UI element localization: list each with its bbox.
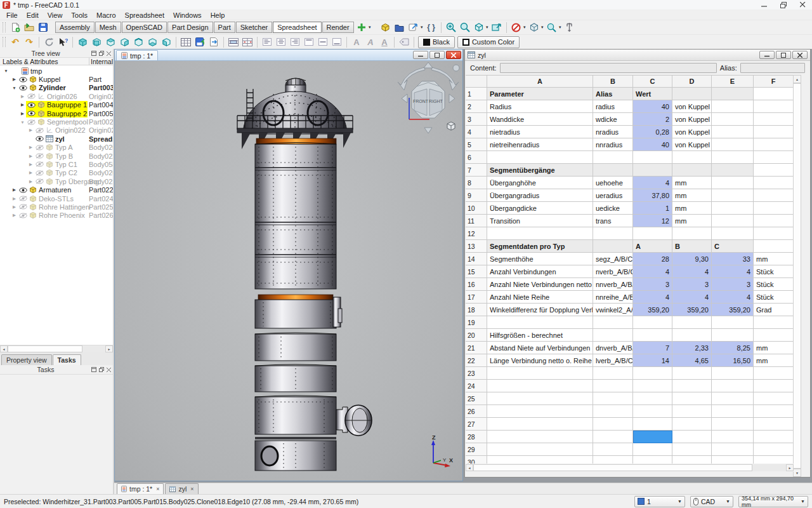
tree-item-armaturen[interactable]: ▶ArmaturenPart022 — [0, 185, 113, 194]
spreadsheet-grid[interactable]: ABCDEF1ParameterAliasWert2Radiusradius40… — [466, 75, 810, 469]
expand-right-icon[interactable]: ▶ — [19, 94, 26, 99]
tree-item-label[interactable]: Baugruppe 1 — [47, 101, 87, 109]
subwindow-minimize-icon[interactable] — [413, 51, 428, 59]
cell-F26[interactable] — [754, 405, 794, 418]
row-header-22[interactable]: 22 — [466, 354, 487, 367]
tree-item-zylinder[interactable]: ▼ZylinderPart003 — [0, 84, 113, 92]
row-header-13[interactable]: 13 — [466, 240, 487, 253]
visibility-off-icon[interactable] — [36, 178, 44, 184]
cell-B20[interactable] — [593, 329, 633, 342]
whats-this-button[interactable]: ? — [56, 36, 70, 48]
nav-style-combo[interactable]: CAD ▼ — [690, 496, 733, 507]
cell-E14[interactable]: 33 — [712, 253, 754, 265]
view-axonometric-button[interactable] — [75, 36, 89, 48]
align-top-button[interactable] — [302, 36, 316, 48]
row-header-1[interactable]: 1 — [466, 88, 487, 100]
scroll-up-icon[interactable]: ▴ — [793, 75, 801, 83]
cell-C27[interactable] — [633, 418, 672, 431]
tree-item-label[interactable]: Armaturen — [39, 186, 71, 194]
toolbar-grip2[interactable] — [3, 37, 6, 47]
cell-E9[interactable] — [712, 189, 754, 202]
cell-B25[interactable] — [593, 392, 633, 405]
draw-style-button[interactable] — [509, 21, 523, 34]
visibility-off-icon[interactable] — [36, 170, 44, 176]
cell-B6[interactable] — [593, 151, 633, 164]
cell-D17[interactable]: 4 — [672, 291, 712, 304]
align-left-button[interactable] — [260, 36, 274, 48]
cell-F7[interactable] — [754, 164, 794, 177]
tree-item-rohre-phoenix[interactable]: ▶Rohre PhoenixPart026 — [0, 211, 113, 220]
cell-F29[interactable] — [754, 443, 794, 456]
workbench-tab-part[interactable]: Part — [214, 22, 235, 33]
set-alias-button[interactable] — [397, 36, 411, 48]
cell-E17[interactable]: 4 — [712, 291, 754, 304]
scroll-left-icon[interactable]: ◂ — [0, 345, 8, 352]
expand-right-icon[interactable]: ▶ — [11, 196, 18, 201]
sheet-close-icon[interactable] — [792, 51, 808, 59]
row-header-17[interactable]: 17 — [466, 291, 487, 304]
new-document-button[interactable] — [8, 21, 22, 34]
split-cell-button[interactable] — [240, 36, 254, 48]
cell-E18[interactable]: 359,20 — [712, 304, 754, 316]
tree-item-label[interactable]: Baugruppe 2 — [47, 110, 87, 117]
column-header-A[interactable]: A — [487, 75, 593, 88]
navigation-cube[interactable]: FRONT RIGHT — [395, 61, 461, 136]
column-header-B[interactable]: B — [593, 75, 633, 88]
cell-A18[interactable]: Winkeldifferenz für Dopplung Verbindung — [487, 304, 593, 316]
row-header-8[interactable]: 8 — [466, 177, 487, 189]
cell-F14[interactable]: mm — [754, 253, 794, 265]
scroll-thumb[interactable] — [8, 345, 82, 352]
cell-D26[interactable] — [672, 405, 712, 418]
row-header-21[interactable]: 21 — [466, 342, 487, 354]
tree-item-label[interactable]: Kuppel — [39, 76, 60, 83]
hscroll-thumb[interactable] — [473, 464, 752, 471]
row-header-12[interactable]: 12 — [466, 227, 487, 240]
expand-right-icon[interactable]: ▶ — [11, 213, 18, 218]
cell-E10[interactable] — [712, 202, 754, 215]
cell-E26[interactable] — [712, 405, 754, 418]
tree-item-typ-b[interactable]: ▶Typ BBody022 — [0, 152, 113, 160]
cell-F11[interactable] — [754, 215, 794, 227]
cell-F15[interactable]: Stück — [754, 265, 794, 278]
style-underline-button[interactable]: A — [377, 36, 391, 48]
cell-F17[interactable]: Stück — [754, 291, 794, 304]
tab-close-icon[interactable]: × — [190, 486, 193, 492]
cell-D5[interactable]: von Kuppel — [672, 138, 712, 151]
cell-B3[interactable]: wdicke — [593, 113, 633, 126]
toolbar-grip[interactable] — [3, 22, 6, 32]
cell-E6[interactable] — [712, 151, 754, 164]
tree-item-label[interactable]: Zylinder — [39, 84, 66, 91]
cell-A27[interactable] — [487, 418, 593, 431]
row-header-14[interactable]: 14 — [466, 253, 487, 265]
cell-F21[interactable]: mm — [754, 342, 794, 354]
align-vcenter-button[interactable] — [316, 36, 330, 48]
cell-B12[interactable] — [593, 227, 633, 240]
visibility-off-icon[interactable] — [19, 196, 27, 201]
cell-C16[interactable]: 3 — [633, 278, 672, 291]
add-workbench-icon[interactable] — [355, 21, 369, 34]
cell-A15[interactable]: Anzahl Verbindungen — [487, 265, 593, 278]
cell-A8[interactable]: Überganghöhe — [487, 177, 593, 189]
cell-B21[interactable]: dnverb_A/B/C — [593, 342, 633, 354]
cell-C22[interactable]: 14 — [633, 354, 672, 367]
cell-C20[interactable] — [633, 329, 672, 342]
cell-C17[interactable]: 4 — [633, 291, 672, 304]
tree-item-label[interactable]: Typ B — [55, 152, 73, 160]
visibility-off-icon[interactable] — [27, 93, 36, 99]
cell-F22[interactable]: mm — [754, 354, 794, 367]
cell-B10[interactable]: uedicke — [593, 202, 633, 215]
row-header-7[interactable]: 7 — [466, 164, 487, 177]
workbench-tab-sketcher[interactable]: Sketcher — [236, 22, 272, 33]
cell-F4[interactable] — [754, 126, 794, 138]
cell-C12[interactable] — [633, 227, 672, 240]
row-header-28[interactable]: 28 — [466, 431, 487, 443]
row-header-5[interactable]: 5 — [466, 138, 487, 151]
cell-E5[interactable] — [712, 138, 754, 151]
visibility-off-icon[interactable] — [27, 119, 36, 125]
align-right-button[interactable] — [288, 36, 302, 48]
row-header-9[interactable]: 9 — [466, 189, 487, 202]
merge-cells-button[interactable] — [226, 36, 240, 48]
tree-item-baugruppe-2[interactable]: ▶Baugruppe 2Part005 — [0, 109, 113, 117]
row-header-26[interactable]: 26 — [466, 405, 487, 418]
cell-E19[interactable] — [712, 316, 754, 329]
